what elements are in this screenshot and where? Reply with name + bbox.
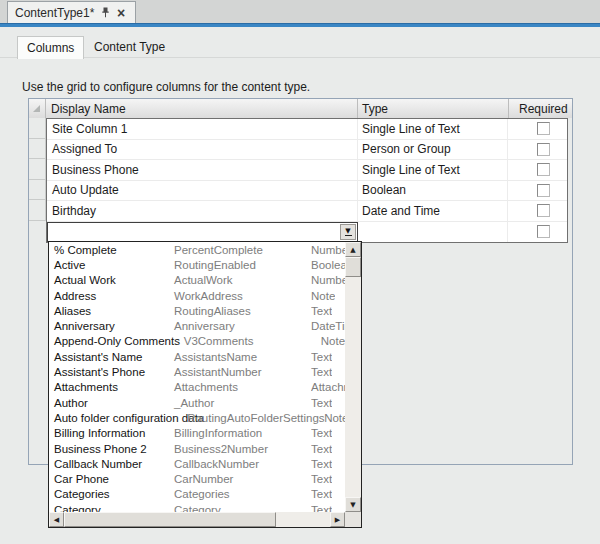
dropdown-item-display-name: Business Phone 2 bbox=[54, 443, 174, 455]
new-row-required-checkbox[interactable] bbox=[537, 225, 550, 238]
combobox-dropdown-button[interactable]: ▼ bbox=[340, 224, 356, 241]
required-checkbox[interactable] bbox=[537, 163, 550, 176]
vertical-scroll-thumb[interactable] bbox=[345, 257, 361, 277]
dropdown-item-internal-name: RoutingAliases bbox=[174, 305, 311, 317]
dropdown-item-type: Note bbox=[321, 335, 345, 347]
dropdown-item[interactable]: Actual Work ActualWork Number bbox=[49, 273, 345, 288]
dropdown-item-internal-name: BillingInformation bbox=[174, 427, 311, 439]
close-icon[interactable]: × bbox=[114, 6, 128, 20]
dropdown-item-internal-name: CarNumber bbox=[174, 473, 311, 485]
required-checkbox[interactable] bbox=[537, 184, 550, 197]
new-row-required-cell[interactable] bbox=[508, 222, 567, 243]
tab-bar: Columns Content Type bbox=[0, 36, 600, 58]
dropdown-item-display-name: Callback Number bbox=[54, 458, 174, 470]
dropdown-item-type: Text bbox=[311, 427, 332, 439]
dropdown-item-internal-name: V3Comments bbox=[184, 335, 321, 347]
table-row: Business Phone Single Line of Text bbox=[47, 160, 567, 181]
dropdown-item[interactable]: Assistant's Phone AssistantNumber Text bbox=[49, 364, 345, 379]
dropdown-item-display-name: Address bbox=[54, 290, 174, 302]
required-cell[interactable] bbox=[508, 119, 567, 139]
required-checkbox[interactable] bbox=[537, 204, 550, 217]
required-cell[interactable] bbox=[508, 201, 567, 221]
dropdown-item-internal-name: AssistantsName bbox=[174, 351, 311, 363]
new-row-type-cell[interactable] bbox=[358, 222, 508, 243]
dropdown-item[interactable]: Assistant's Name AssistantsName Text bbox=[49, 349, 345, 364]
required-cell[interactable] bbox=[508, 160, 567, 180]
type-cell[interactable]: Person or Group bbox=[358, 140, 508, 160]
document-tab[interactable]: ContentType1* × bbox=[7, 1, 136, 23]
dropdown-item-type: Text bbox=[311, 351, 332, 363]
scroll-left-button[interactable]: ◀ bbox=[49, 512, 64, 527]
dropdown-item[interactable]: Category Category Text bbox=[49, 502, 345, 512]
type-cell[interactable]: Single Line of Text bbox=[358, 160, 508, 180]
dropdown-item[interactable]: Anniversary Anniversary DateTime bbox=[49, 318, 345, 333]
dropdown-item-display-name: Auto folder configuration data bbox=[54, 412, 187, 424]
required-cell[interactable] bbox=[508, 140, 567, 160]
dropdown-item[interactable]: Active RoutingEnabled Boolean bbox=[49, 257, 345, 272]
scroll-up-button[interactable]: ▲ bbox=[345, 242, 361, 257]
display-name-cell[interactable]: Auto Update bbox=[47, 181, 358, 201]
dropdown-item[interactable]: % Complete PercentComplete Number bbox=[49, 242, 345, 257]
dropdown-item-type: Text bbox=[311, 366, 332, 378]
dropdown-item-type: Text bbox=[311, 458, 332, 470]
horizontal-scrollbar[interactable]: ◀ ▶ bbox=[49, 512, 345, 527]
column-combobox[interactable]: ▼ bbox=[47, 222, 358, 243]
dropdown-item-internal-name: Attachments bbox=[174, 381, 311, 393]
required-cell[interactable] bbox=[508, 181, 567, 201]
type-cell[interactable]: Date and Time bbox=[358, 201, 508, 221]
dropdown-item[interactable]: Aliases RoutingAliases Text bbox=[49, 303, 345, 318]
dropdown-item-internal-name: Categories bbox=[174, 488, 311, 500]
scroll-right-button[interactable]: ▶ bbox=[330, 512, 345, 527]
dropdown-item[interactable]: Callback Number CallbackNumber Text bbox=[49, 456, 345, 471]
dropdown-item-type: Note bbox=[324, 412, 345, 424]
dropdown-item-internal-name: Category bbox=[174, 504, 311, 512]
display-name-cell[interactable]: Site Column 1 bbox=[47, 119, 358, 139]
display-name-cell[interactable]: Assigned To bbox=[47, 140, 358, 160]
dropdown-item-type: Text bbox=[311, 488, 332, 500]
dropdown-item[interactable]: Billing Information BillingInformation T… bbox=[49, 426, 345, 441]
dropdown-item[interactable]: Auto folder configuration data RoutingAu… bbox=[49, 410, 345, 425]
tabstrip-accent-line bbox=[0, 23, 600, 27]
tab-content-type[interactable]: Content Type bbox=[80, 36, 179, 58]
dropdown-item-display-name: Anniversary bbox=[54, 320, 174, 332]
combobox-input[interactable] bbox=[48, 223, 339, 242]
scrollbar-corner bbox=[345, 512, 361, 527]
column-header-display-name[interactable]: Display Name bbox=[46, 99, 358, 118]
column-header-required[interactable]: Required bbox=[509, 99, 572, 118]
display-name-cell[interactable]: Birthday bbox=[47, 201, 358, 221]
dropdown-item[interactable]: Business Phone 2 Business2Number Text bbox=[49, 441, 345, 456]
horizontal-scroll-thumb[interactable] bbox=[64, 512, 276, 527]
row-header[interactable] bbox=[29, 118, 46, 139]
row-header[interactable] bbox=[29, 180, 46, 201]
dropdown-item-type: Text bbox=[311, 504, 332, 512]
dropdown-item[interactable]: Categories Categories Text bbox=[49, 487, 345, 502]
scroll-down-button[interactable]: ▼ bbox=[345, 497, 361, 512]
dropdown-item-internal-name: ActualWork bbox=[174, 274, 311, 286]
dropdown-item-internal-name: PercentComplete bbox=[174, 244, 311, 256]
display-name-cell[interactable]: Business Phone bbox=[47, 160, 358, 180]
table-row: Assigned To Person or Group bbox=[47, 140, 567, 161]
grid-select-all-corner[interactable] bbox=[29, 99, 46, 118]
column-header-type[interactable]: Type bbox=[358, 99, 509, 118]
required-checkbox[interactable] bbox=[537, 122, 550, 135]
vertical-scrollbar[interactable]: ▲ ▼ bbox=[345, 242, 361, 512]
column-dropdown-list: % Complete PercentComplete Number Active… bbox=[48, 241, 362, 528]
type-cell[interactable]: Boolean bbox=[358, 181, 508, 201]
dropdown-item-type: Text bbox=[311, 305, 332, 317]
tab-columns[interactable]: Columns bbox=[17, 36, 84, 59]
dropdown-item-internal-name: RoutingAutoFolderSettings bbox=[187, 412, 324, 424]
dropdown-item-internal-name: RoutingEnabled bbox=[174, 259, 311, 271]
row-header[interactable] bbox=[29, 139, 46, 160]
row-header[interactable] bbox=[29, 200, 46, 221]
dropdown-item[interactable]: Attachments Attachments Attachments bbox=[49, 380, 345, 395]
dropdown-item[interactable]: Address WorkAddress Note bbox=[49, 288, 345, 303]
dropdown-item-internal-name: WorkAddress bbox=[174, 290, 311, 302]
type-cell[interactable]: Single Line of Text bbox=[358, 119, 508, 139]
dropdown-item-display-name: Car Phone bbox=[54, 473, 174, 485]
dropdown-item[interactable]: Car Phone CarNumber Text bbox=[49, 471, 345, 486]
dropdown-item[interactable]: Append-Only Comments V3Comments Note bbox=[49, 334, 345, 349]
pin-icon[interactable] bbox=[98, 6, 112, 20]
required-checkbox[interactable] bbox=[537, 143, 550, 156]
row-header[interactable] bbox=[29, 159, 46, 180]
dropdown-item[interactable]: Author _Author Text bbox=[49, 395, 345, 410]
